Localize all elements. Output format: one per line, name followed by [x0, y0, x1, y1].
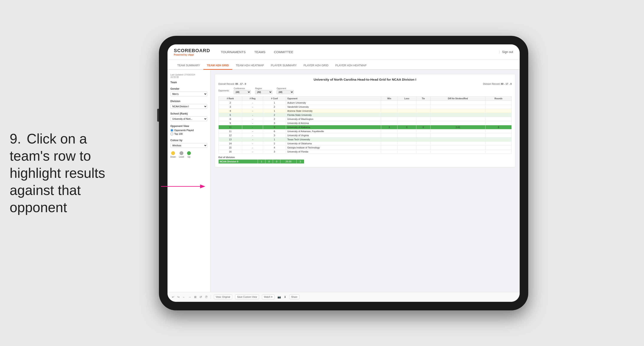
outer-wrapper: 9. Click on a team's row to highlight re…	[0, 0, 644, 346]
toolbar: ↩ ↪ ← → ⊞ ↺ ⏱ View: Original Save Custom…	[168, 292, 520, 302]
sign-out-link[interactable]: Sign out	[502, 50, 513, 54]
filter-conference-label: Conference	[234, 87, 251, 90]
legend-dot-down	[171, 151, 175, 155]
out-of-division-table: NCAA Division II 1 0 0 26.00 3	[218, 159, 304, 164]
out-of-division-loss: 0	[265, 159, 273, 163]
legend-down: Down	[170, 151, 176, 158]
forward-icon[interactable]: →	[188, 295, 191, 299]
tab-player-summary[interactable]: PLAYER SUMMARY	[267, 61, 300, 70]
refresh-icon[interactable]: ↺	[200, 295, 202, 299]
app-header: SCOREBOARD Powered by clippi TOURNAMENTS…	[168, 44, 520, 60]
radio-group: Opponents Played Top 100	[170, 129, 207, 135]
radio-top-100[interactable]: Top 100	[170, 133, 207, 135]
out-of-division-name: NCAA Division II	[218, 159, 258, 163]
filter-conference-group: Conference (All)	[234, 87, 251, 94]
table-body: 2-1 Auburn University 3-2 Vanderbilt Uni…	[218, 101, 512, 154]
filter-conference-select[interactable]: (All)	[234, 90, 251, 94]
out-of-division-rounds: 3	[296, 159, 304, 163]
undo-icon[interactable]: ↩	[172, 295, 174, 299]
logo-area: SCOREBOARD Powered by clippi	[174, 48, 210, 56]
table-row[interactable]: 3-2 Vanderbilt University	[218, 105, 512, 109]
nav-tournaments[interactable]: TOURNAMENTS	[221, 49, 246, 55]
col-conf: # Conf	[263, 96, 286, 101]
col-tie: Tie	[416, 96, 430, 101]
team-label: Team	[170, 81, 207, 84]
table-row[interactable]: 14-2 University of Oklahoma	[218, 141, 512, 145]
redo-icon[interactable]: ↪	[177, 295, 180, 299]
tab-team-h2h-heatmap[interactable]: TEAM H2H HEATMAP	[232, 61, 267, 70]
share-btn[interactable]: Share	[289, 295, 299, 299]
records-row: Overall Record: 89 - 17 - 0 Division Rec…	[218, 83, 512, 85]
tab-player-h2h-heatmap[interactable]: PLAYER H2H HEATMAP	[332, 61, 370, 70]
division-section: Division NCAA Division I	[170, 100, 207, 109]
table-row[interactable]: 2-1 Auburn University	[218, 101, 512, 105]
tab-player-h2h-grid[interactable]: PLAYER H2H GRID	[300, 61, 332, 70]
col-loss: Loss	[397, 96, 416, 101]
legend-row: Down Level Up	[170, 151, 207, 158]
school-select[interactable]: University of Nort...	[170, 116, 207, 121]
logo-subtitle: Powered by clippi	[174, 53, 210, 56]
header-right: | Sign out	[499, 50, 513, 54]
table-row[interactable]: 9-3 University of Arizona	[218, 121, 512, 125]
col-rounds: Rounds	[486, 96, 512, 101]
colour-by-select[interactable]: Win/loss	[170, 143, 207, 148]
out-of-division-tie: 0	[273, 159, 280, 163]
logo-title: SCOREBOARD	[174, 48, 210, 53]
main-content: Last Updated: 27/03/2024 16:55:38 Team G…	[168, 70, 520, 292]
table-row-highlighted[interactable]: 11-5 University of Alabama 3002.618	[218, 125, 512, 129]
last-updated: Last Updated: 27/03/2024 16:55:38	[170, 74, 207, 78]
filter-opponent-label: Opponent	[276, 87, 294, 90]
overall-record: Overall Record: 89 - 17 - 0	[218, 83, 246, 85]
col-opponent: Opponent	[286, 96, 381, 101]
division-select[interactable]: NCAA Division I	[170, 104, 207, 109]
table-header: # Rank # Reg # Conf Opponent Win Loss Ti…	[218, 96, 512, 101]
col-reg: # Reg	[242, 96, 263, 101]
table-row[interactable]: 16-3 University of Florida	[218, 149, 512, 154]
clock-icon[interactable]: ⏱	[205, 295, 208, 299]
instruction-text: 9. Click on a team's row to highlight re…	[10, 130, 124, 216]
filter-opponents: Opponents:	[218, 89, 230, 92]
filter-opponent-select[interactable]: (All)	[276, 90, 294, 94]
tab-team-summary[interactable]: TEAM SUMMARY	[174, 61, 204, 70]
table-row[interactable]: 15-4 Georgia Institute of Technology	[218, 145, 512, 149]
radio-opponents-played[interactable]: Opponents Played	[170, 129, 207, 132]
camera-icon[interactable]: 📷	[278, 295, 281, 299]
school-label: School (Rank)	[170, 112, 207, 115]
out-of-division-win: 1	[258, 159, 265, 163]
watch-btn[interactable]: Watch ▾	[262, 295, 274, 300]
out-of-division-row[interactable]: NCAA Division II 1 0 0 26.00 3	[218, 159, 304, 163]
tablet-screen: SCOREBOARD Powered by clippi TOURNAMENTS…	[168, 44, 520, 302]
grid-container: University of North Carolina Head-to-Hea…	[215, 74, 515, 167]
opponent-view-label: Opponent View	[170, 125, 207, 128]
filter-opponent-group: Opponent (All)	[276, 87, 294, 94]
nav-committee[interactable]: COMMITTEE	[274, 49, 293, 55]
table-row[interactable]: 6-2 Florida State University	[218, 113, 512, 117]
team-section: Team	[170, 81, 207, 84]
division-label: Division	[170, 100, 207, 103]
table-row[interactable]: 13-1 Texas Tech University	[218, 137, 512, 141]
table-row[interactable]: 8-2 University of Washington	[218, 117, 512, 121]
grid-icon[interactable]: ⊞	[194, 295, 196, 299]
table-row[interactable]: 12-3 University of Virginia	[218, 133, 512, 137]
table-row[interactable]: 11-6 University of Arkansas, Fayettevill…	[218, 129, 512, 133]
data-table: # Rank # Reg # Conf Opponent Win Loss Ti…	[218, 96, 512, 154]
col-diff: Diff Av Strokes/Rnd	[430, 96, 486, 101]
legend-level: Level	[179, 151, 184, 158]
tab-team-h2h-grid[interactable]: TEAM H2H GRID	[203, 61, 232, 70]
out-of-division-header: Out of division	[218, 156, 512, 159]
download-icon[interactable]: ⬇	[284, 295, 286, 299]
save-custom-btn[interactable]: Save Custom View	[235, 295, 259, 299]
filter-opponents-label: Opponents:	[218, 89, 230, 92]
nav-teams[interactable]: TEAMS	[254, 49, 266, 55]
filter-region-select[interactable]: (All)	[255, 90, 272, 94]
header-divider: |	[499, 50, 500, 54]
back-icon[interactable]: ←	[182, 295, 185, 299]
table-row[interactable]: 4-1 Arizona State University	[218, 109, 512, 113]
view-original-btn[interactable]: View: Original	[214, 295, 232, 299]
legend-up: Up	[187, 151, 191, 158]
colour-by-label: Colour by	[170, 139, 207, 142]
school-section: School (Rank) University of Nort...	[170, 112, 207, 121]
opponent-view-section: Opponent View Opponents Played Top 100	[170, 125, 207, 135]
gender-select[interactable]: Men's	[170, 92, 207, 96]
filter-region-group: Region (All)	[255, 87, 272, 94]
